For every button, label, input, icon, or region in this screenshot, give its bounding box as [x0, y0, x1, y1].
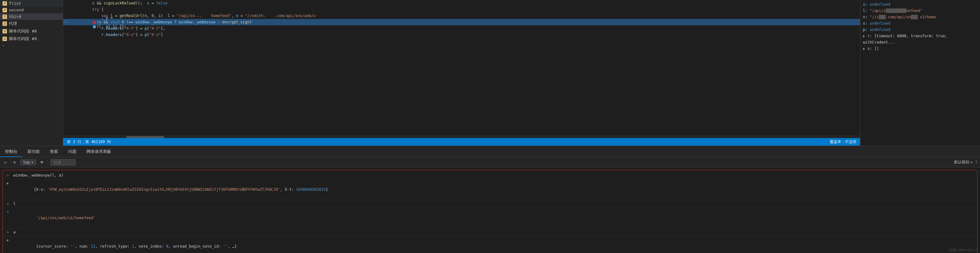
console-text-a-value: {cursor_score: '', num: 21, refresh_type…	[11, 237, 974, 253]
js-file-icon: J	[3, 14, 7, 19]
sidebar-item-frist[interactable]: J frist	[0, 0, 63, 6]
js-file-icon: J	[3, 37, 7, 41]
console-prompt-icon: >	[6, 200, 11, 207]
line-dash: -	[64, 1, 70, 5]
code-line-6: - r.headers["X-s"] = p["X-s"]	[63, 32, 860, 38]
sidebar-item-second[interactable]: J second	[0, 6, 63, 13]
horizontal-scrollbar[interactable]	[63, 135, 860, 138]
console-line-l[interactable]: > l	[4, 200, 976, 208]
sidebar-item-frist-label: frist	[9, 1, 21, 6]
console-text-l: l	[11, 200, 974, 207]
sidebar-item-proxy[interactable]: J 代理	[0, 20, 63, 27]
expand-icon[interactable]: ▶	[6, 180, 11, 186]
console-text-xs: {X-s: 'XYW_eyJzaWduU3ZuIjoiNTEiLCJzaWduV…	[11, 180, 974, 199]
sidebar-item-snippet9-label: 脚本代码段 #9	[9, 36, 37, 42]
expand-icon[interactable]: ▶	[6, 237, 11, 243]
console-line-call[interactable]: > window._webmsxyw(l, a)	[4, 172, 976, 180]
console-prompt-icon: >	[6, 229, 11, 235]
js-file-icon: J	[3, 1, 7, 6]
sidebar: J frist J second J third J 代理 J 脚本代码段 #8…	[0, 0, 63, 146]
tab-console[interactable]: 控制台	[0, 147, 22, 157]
eye-button[interactable]: 👁	[39, 159, 45, 165]
tab-bar: 控制台 新功能 搜索 问题 网络请求屏蔽	[0, 146, 980, 157]
console-text-l-value: '/api/sns/web/v2/homefeed'	[11, 208, 974, 228]
sidebar-item-third-label: third	[9, 14, 21, 19]
expand-s-icon: ▶	[863, 46, 867, 51]
console-toolbar: ▷ ⊘ top ▾ 👁 默认级别 ▾ 7	[0, 157, 980, 167]
scope-s[interactable]: ▶ s: []	[863, 46, 977, 52]
sidebar-item-second-label: second	[9, 8, 24, 12]
console-text-call: window._webmsxyw(l, a)	[11, 172, 974, 178]
main-layout: J frist J second J third J 代理 J 脚本代码段 #8…	[0, 0, 980, 146]
scope-panel: i: undefined l: "/api/s█████████nefeed" …	[860, 0, 980, 146]
console-line-a[interactable]: > a	[4, 228, 976, 236]
dropdown-arrow-icon: ▾	[970, 160, 973, 165]
line-dash: -	[64, 14, 70, 18]
dropdown-arrow-icon: ▾	[31, 160, 33, 165]
js-file-icon: J	[3, 8, 7, 12]
stop-button[interactable]: ⊘	[11, 159, 18, 165]
tab-search[interactable]: 搜索	[45, 147, 63, 157]
sidebar-item-snippet9[interactable]: J 脚本代码段 #9	[0, 35, 63, 43]
tab-newfeature[interactable]: 新功能	[22, 147, 45, 157]
console-line-a-value[interactable]: ▶ {cursor_score: '', num: 21, refresh_ty…	[4, 236, 976, 253]
scope-i: i: undefined	[863, 1, 977, 8]
scrollbar-thumb[interactable]	[126, 136, 164, 138]
sidebar-expand-arrow[interactable]: ▾	[0, 43, 63, 49]
sidebar-item-proxy-label: 代理	[9, 21, 17, 27]
console-output[interactable]: > window._webmsxyw(l, a) ▶ {X-s: 'XYW_ey…	[0, 167, 980, 253]
toolbar-separator	[48, 160, 48, 165]
watermark: G35N ©Charles-L	[949, 248, 977, 252]
editor-area: - c && signLackReload(); c = false - try…	[63, 0, 860, 146]
code-content[interactable]: - c && signLackReload(); c = false - try…	[63, 0, 860, 135]
console-line-xs[interactable]: ▶ {X-s: 'XYW_eyJzaWduU3ZuIjoiNTEiLCJzaWd…	[4, 180, 976, 200]
line-dash: -	[64, 26, 70, 31]
code-text-6: r.headers["X-s"] = p["X-s"]	[70, 28, 860, 41]
sidebar-item-third[interactable]: J third	[0, 13, 63, 20]
tab-problems[interactable]: 问题	[63, 147, 81, 157]
filter-input[interactable]	[51, 159, 76, 165]
scope-l: l: "/api/s█████████nefeed"	[863, 8, 977, 14]
line-dash: -	[64, 33, 70, 37]
js-file-icon: J	[3, 21, 7, 26]
console-text-a: a	[11, 229, 974, 235]
line-current-arrow: →	[64, 20, 70, 24]
sidebar-item-snippet8[interactable]: J 脚本代码段 #8	[0, 27, 63, 35]
js-file-icon: J	[3, 29, 7, 33]
expand-r-icon: ▶	[863, 34, 867, 38]
bottom-section: 控制台 新功能 搜索 问题 网络请求屏蔽 ▷ ⊘ top ▾ 👁 默认级别 ▾ …	[0, 146, 980, 253]
console-prompt-icon: >	[6, 172, 11, 178]
top-context-selector[interactable]: top ▾	[20, 159, 36, 165]
editor-status-bar: 第 2 行，第 461189 列 覆盖率：不适用	[63, 138, 860, 146]
run-button[interactable]: ▷	[3, 159, 9, 165]
coverage-status: 覆盖率：不适用	[830, 139, 856, 145]
scope-n: n: "//c███.com/api/sn███ v2/home	[863, 14, 977, 20]
cursor-position: 第 2 行，第 461189 列	[67, 139, 111, 145]
console-error-box: > window._webmsxyw(l, a) ▶ {X-s: 'XYW_ey…	[3, 170, 977, 253]
default-level-dropdown[interactable]: 默认级别 ▾ 7	[954, 159, 977, 165]
scope-r[interactable]: ▶ r: {timeout: 6000, transform: true, wi…	[863, 33, 977, 46]
tab-network[interactable]: 网络请求屏蔽	[81, 147, 116, 157]
line-dash: -	[64, 7, 70, 12]
console-line-l-value[interactable]: < '/api/sns/web/v2/homefeed'	[4, 208, 976, 228]
sidebar-item-snippet8-label: 脚本代码段 #8	[9, 29, 37, 34]
scope-o: o: undefined	[863, 20, 977, 27]
scope-p: p: undefined	[863, 27, 977, 33]
console-return-icon: <	[6, 208, 11, 215]
